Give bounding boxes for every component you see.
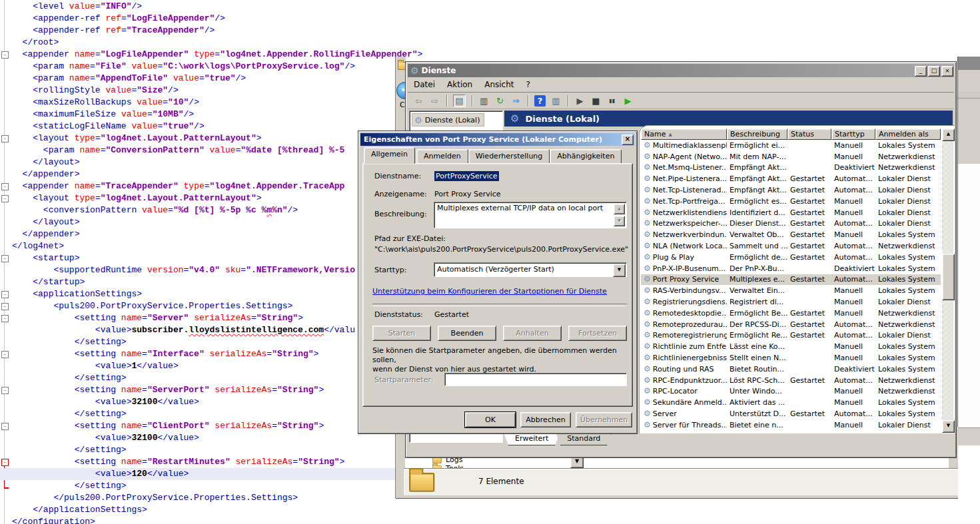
- service-row[interactable]: ⚙Net.Tcp-Listenerad...Empfängt Akt...Ges…: [641, 184, 941, 196]
- forward-icon[interactable]: ⇨: [429, 95, 440, 107]
- startup-options-help-link[interactable]: Unterstützung beim Konfigurieren der Sta…: [372, 287, 607, 296]
- code-line[interactable]: </root>: [12, 37, 422, 49]
- fold-collapse-icon[interactable]: -: [1, 387, 9, 394]
- tree-item-dienste-lokal[interactable]: ⚙ Dienste (Lokal): [412, 113, 484, 127]
- fold-collapse-icon[interactable]: -: [1, 315, 9, 322]
- code-line[interactable]: <level value="INFO"/>: [12, 1, 422, 13]
- code-line[interactable]: </puls200.PortProxyService.Properties.Se…: [12, 492, 422, 504]
- service-row[interactable]: ⚙Richtlinienergebniss...Stellt einen N..…: [641, 352, 941, 364]
- service-row[interactable]: ⚙Net.Tcp-Portfreiga...Ermöglicht es...Ge…: [641, 196, 941, 207]
- refresh-icon[interactable]: ↻: [494, 95, 506, 107]
- extended-view-icon[interactable]: ▥: [550, 95, 562, 107]
- service-row[interactable]: ⚙RemoteregistrierungErmöglicht Re...Gest…: [641, 330, 941, 342]
- dialog-close-icon[interactable]: ×: [622, 134, 634, 145]
- code-line[interactable]: </applicationSettings>: [12, 504, 422, 516]
- service-row[interactable]: ⚙RPC-Endpunktzuor...Löst RPC-Sch...Gesta…: [641, 375, 941, 386]
- service-row[interactable]: ⚙Netzwerkverbindun...Verwaltet Ob...Gest…: [641, 229, 941, 240]
- startup-type-select[interactable]: Automatisch (Verzögerter Start) ▼: [434, 262, 627, 277]
- tab-allgemein[interactable]: Allgemein: [364, 147, 415, 164]
- fold-collapse-icon[interactable]: -: [1, 423, 9, 430]
- service-row[interactable]: ⚙Net.Pipe-Listenera...Empfängt Akt...Ges…: [641, 173, 941, 184]
- code-line[interactable]: <setting name="RestartMinutes" serialize…: [12, 456, 422, 468]
- service-row[interactable]: ⚙Registrierungsdiens...Registriert di...…: [641, 296, 941, 308]
- code-line[interactable]: </configuration>: [12, 516, 422, 524]
- service-row[interactable]: ⚙PnP-X-IP-Busenum...Der PnP-X-Bu...Deakt…: [641, 263, 941, 274]
- code-line[interactable]: <value>120</value>: [0, 468, 408, 480]
- code-line[interactable]: <param name="AppendToFile" value="true"/…: [12, 73, 422, 85]
- fortsetzen-button[interactable]: Fortsetzen: [568, 326, 627, 341]
- pause-service-icon[interactable]: ▮▮: [606, 95, 618, 107]
- menu-item-?[interactable]: ?: [520, 79, 536, 91]
- service-row[interactable]: ⚙Plug & PlayErmöglicht de...GestartetAut…: [641, 252, 941, 263]
- tab-wiederherstellung[interactable]: Wiederherstellung: [468, 149, 550, 164]
- scroll-down-icon[interactable]: ▼: [942, 420, 955, 433]
- service-row[interactable]: ⚙Remoteprozedurau...Der RPCSS-Di...Gesta…: [641, 319, 941, 330]
- service-row[interactable]: ⚙Netzwerkspeicher-...Dieser Dienst...Ges…: [641, 218, 941, 230]
- stop-service-icon[interactable]: ■: [590, 95, 602, 107]
- show-console-tree-icon[interactable]: ▤: [453, 95, 466, 107]
- service-row[interactable]: ⚙Routing und RASBietet Routin...Deaktivi…: [641, 364, 941, 375]
- services-titlebar[interactable]: ⚙ Dienste: [408, 64, 954, 77]
- back-icon[interactable]: ⇦: [413, 95, 424, 107]
- code-line[interactable]: <maximumFileSize value="10MB"/>: [12, 109, 422, 121]
- combo-dropdown-icon[interactable]: ▼: [613, 264, 626, 277]
- menu-item-aktion[interactable]: Aktion: [441, 79, 478, 91]
- properties-icon[interactable]: ▥: [478, 95, 490, 107]
- code-line[interactable]: </setting>: [12, 444, 422, 456]
- service-row[interactable]: ⚙NAP-Agent (Netwo...Mit dem NAP-...Manue…: [641, 151, 941, 162]
- fold-collapse-icon[interactable]: -: [1, 255, 9, 262]
- maximize-button[interactable]: □: [928, 66, 940, 77]
- dialog-titlebar[interactable]: Eigenschaften von Port Proxy Service (Lo…: [360, 133, 635, 146]
- column-header-status[interactable]: Status: [787, 129, 831, 140]
- view-tab-erweitert[interactable]: Erweitert: [504, 433, 560, 445]
- service-row[interactable]: ⚙Multimediaklassenpl...Ermöglicht ei...M…: [641, 140, 941, 151]
- service-row[interactable]: ⚙NetzwerklistendienstIdentifiziert d...G…: [641, 207, 941, 218]
- fold-collapse-icon[interactable]: -: [1, 195, 9, 202]
- tab-anmelden[interactable]: Anmelden: [416, 149, 468, 164]
- service-row[interactable]: ⚙RAS-Verbindungsv...Verwaltet Ein...Manu…: [641, 285, 941, 296]
- service-row[interactable]: ⚙Port Proxy ServiceMultiplexes e...Gesta…: [641, 274, 941, 286]
- services-scrollbar[interactable]: ▲ ▼: [942, 129, 953, 433]
- minimize-button[interactable]: _: [915, 66, 927, 77]
- fold-collapse-icon[interactable]: -: [1, 351, 9, 358]
- scroll-up-icon[interactable]: ▲: [942, 129, 955, 141]
- code-line[interactable]: <maxSizeRollBackups value="10"/>: [12, 97, 422, 109]
- explorer-back-button[interactable]: ←: [396, 82, 406, 99]
- view-tab-standard[interactable]: Standard: [556, 433, 612, 445]
- service-row[interactable]: ⚙ServerUnterstützt D...GestartetAutomat.…: [641, 408, 941, 419]
- scrollbar-thumb[interactable]: [942, 254, 955, 300]
- restart-service-icon[interactable]: ▶: [622, 95, 634, 107]
- code-line[interactable]: <appender-ref ref="LogFileAppender"/>: [12, 13, 422, 25]
- bernehmen-button[interactable]: Übernehmen: [576, 412, 632, 427]
- description-field[interactable]: Multiplexes external TCP/IP data on loca…: [434, 202, 627, 228]
- code-line[interactable]: <rollingStyle value="Size"/>: [12, 85, 422, 97]
- service-row[interactable]: ⚙Server für Threads...Bietet eine n...Ma…: [641, 419, 941, 431]
- help-icon[interactable]: ?: [534, 95, 546, 107]
- active-fold-marker[interactable]: -: [1, 459, 9, 466]
- code-line[interactable]: <param name="File" value="C:\work\logs\P…: [12, 61, 422, 73]
- starten-button[interactable]: Starten: [372, 326, 431, 341]
- fold-collapse-icon[interactable]: -: [1, 135, 9, 142]
- fold-collapse-icon[interactable]: -: [1, 303, 9, 310]
- fold-collapse-icon[interactable]: -: [1, 51, 9, 59]
- export-list-icon[interactable]: ⇒: [510, 95, 522, 107]
- description-scroll-down-icon[interactable]: ▼: [614, 216, 625, 226]
- column-header-beschreibung[interactable]: Beschreibung: [727, 129, 787, 140]
- fold-collapse-icon[interactable]: -: [1, 291, 9, 298]
- code-line[interactable]: </setting>: [12, 480, 422, 492]
- tab-abhängigkeiten[interactable]: Abhängigkeiten: [550, 149, 622, 164]
- service-row[interactable]: ⚙Richtlinie zum Entfe...Lässt eine Ko...…: [641, 341, 941, 352]
- abbrechen-button[interactable]: Abbrechen: [520, 412, 571, 427]
- description-scroll-up-icon[interactable]: ▲: [614, 204, 625, 214]
- code-line[interactable]: <appender-ref ref="TraceAppender"/>: [12, 25, 422, 37]
- anhalten-button[interactable]: Anhalten: [503, 326, 562, 341]
- fold-collapse-icon[interactable]: -: [1, 183, 9, 190]
- column-header-name[interactable]: Name▲: [641, 129, 727, 140]
- service-row[interactable]: ⚙Sekundäre Anmeld...Aktiviert das ...Man…: [641, 397, 941, 408]
- menu-item-ansicht[interactable]: Ansicht: [478, 79, 520, 91]
- service-row[interactable]: ⚙RPC-LocatorUnter Windo...ManuellNetzwer…: [641, 386, 941, 397]
- service-row[interactable]: ⚙NLA (Network Loca...Sammelt und ...Gest…: [641, 240, 941, 252]
- column-header-starttyp[interactable]: Starttyp: [831, 129, 875, 140]
- menu-item-datei[interactable]: Datei: [408, 79, 441, 91]
- startparams-input[interactable]: [444, 373, 627, 386]
